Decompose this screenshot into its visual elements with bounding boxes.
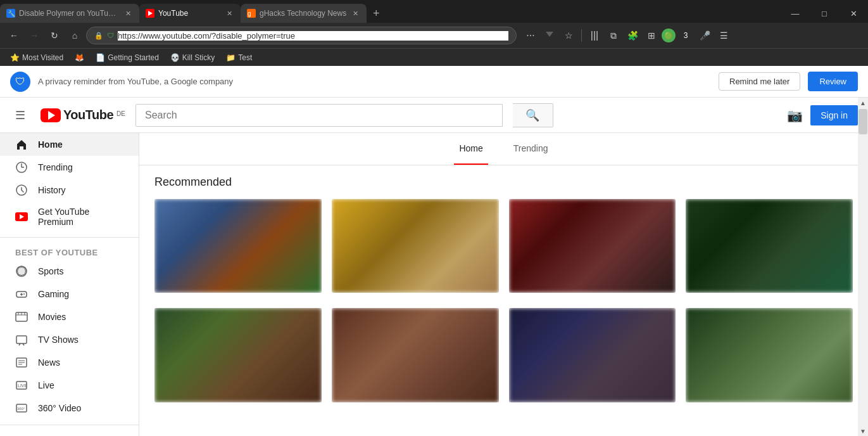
- sidebar-news-label: News: [38, 357, 60, 368]
- youtube-app: ☰ YouTube DE 🔍 📷 Sign in: [0, 98, 868, 436]
- table-row[interactable]: [332, 199, 499, 293]
- browser-scrollbar[interactable]: ▲ ▼: [858, 98, 868, 436]
- movies-icon: [15, 311, 28, 323]
- sidebar-item-sports[interactable]: Sports: [0, 260, 139, 283]
- menu-button[interactable]: ☰: [715, 27, 733, 44]
- pocket-button[interactable]: [541, 27, 558, 44]
- svg-text:360°: 360°: [17, 407, 25, 411]
- tab-1-title: Disable Polymer on YouTube –: [19, 9, 119, 18]
- camera-button[interactable]: 📷: [787, 108, 803, 123]
- 360-icon: 360°: [15, 402, 28, 414]
- sidebar-item-home[interactable]: Home: [0, 133, 139, 156]
- table-row[interactable]: [154, 199, 322, 293]
- scrollbar-down-button[interactable]: ▼: [858, 426, 868, 436]
- table-row[interactable]: [509, 308, 676, 402]
- table-row[interactable]: [154, 308, 322, 402]
- history-icon: [15, 184, 28, 196]
- notification-badge: 3: [677, 27, 695, 44]
- yt-header-right: 📷 Sign in: [787, 105, 858, 125]
- scrollbar-up-button[interactable]: ▲: [858, 98, 868, 108]
- refresh-button[interactable]: ↻: [46, 27, 63, 44]
- home-button[interactable]: ⌂: [66, 27, 84, 44]
- privacy-text: A privacy reminder from YouTube, a Googl…: [38, 77, 711, 86]
- sidebar-item-news[interactable]: News: [0, 351, 139, 374]
- sidebar-history-label: History: [38, 185, 66, 195]
- tab-bar: 🔧 Disable Polymer on YouTube – ✕ YouTube…: [0, 0, 868, 23]
- scrollbar-thumb[interactable]: [859, 109, 867, 134]
- back-button[interactable]: ←: [5, 27, 23, 44]
- tab-1[interactable]: 🔧 Disable Polymer on YouTube – ✕: [0, 4, 139, 23]
- tab-3-favicon: g: [247, 9, 256, 18]
- sidebar-home-label: Home: [38, 139, 63, 150]
- sidebar-item-360video[interactable]: 360° 360° Video: [0, 397, 139, 420]
- sidebar-divider-2: [0, 425, 139, 425]
- search-button[interactable]: 🔍: [513, 103, 553, 127]
- sidebar-item-tvshows[interactable]: TV Shows: [0, 328, 139, 351]
- sidebar-item-trending[interactable]: Trending: [0, 156, 139, 179]
- sidebar-button[interactable]: ⧉: [605, 27, 622, 44]
- table-row[interactable]: [332, 308, 499, 402]
- bookmark-kill-sticky[interactable]: 💀 Kill Sticky: [165, 52, 220, 63]
- tab-2[interactable]: YouTube ✕: [139, 4, 241, 23]
- tab-1-close[interactable]: ✕: [123, 8, 133, 18]
- tab-1-favicon: 🔧: [6, 9, 15, 18]
- sidebar-item-browse-channels[interactable]: Browse channels: [0, 430, 139, 436]
- library-button[interactable]: |||: [586, 27, 603, 44]
- privacy-banner: 🛡 A privacy reminder from YouTube, a Goo…: [0, 66, 868, 98]
- bookmark-test[interactable]: 📁 Test: [221, 52, 257, 63]
- tab-trending[interactable]: Trending: [508, 133, 553, 165]
- yt-logo-de: DE: [116, 110, 125, 117]
- forward-button[interactable]: →: [25, 27, 43, 44]
- tab-3[interactable]: g gHacks Technology News ✕: [241, 4, 367, 23]
- security-icon: 🛡: [107, 32, 114, 39]
- grid-button[interactable]: ⊞: [643, 27, 660, 44]
- yt-search-box[interactable]: [135, 104, 503, 127]
- minimize-button[interactable]: —: [781, 4, 810, 23]
- hamburger-menu-icon[interactable]: ☰: [10, 103, 30, 127]
- extensions-button[interactable]: 🧩: [624, 27, 641, 44]
- sidebar-item-premium[interactable]: Get YouTube Premium: [0, 202, 139, 232]
- sidebar-gaming-label: Gaming: [38, 289, 69, 299]
- table-row[interactable]: [686, 308, 853, 402]
- more-options-button[interactable]: ···: [522, 27, 539, 44]
- sidebar-item-movies[interactable]: Movies: [0, 305, 139, 328]
- gaming-icon: [15, 288, 28, 300]
- microphone-button[interactable]: 🎤: [696, 27, 714, 44]
- sidebar-item-gaming[interactable]: Gaming: [0, 283, 139, 305]
- table-row[interactable]: [686, 199, 853, 293]
- search-input[interactable]: [136, 105, 502, 126]
- tab-2-close[interactable]: ✕: [224, 8, 234, 18]
- bookmark-firefox-icon: 🦊: [70, 52, 89, 63]
- profile-icon[interactable]: 🟢: [662, 29, 676, 42]
- content-tabs: Home Trending: [139, 133, 868, 165]
- video-grid-row1: [154, 199, 853, 293]
- bookmark-most-visited[interactable]: ⭐ Most Visited: [5, 52, 68, 63]
- browser-chrome: 🔧 Disable Polymer on YouTube – ✕ YouTube…: [0, 0, 868, 66]
- tab-3-close[interactable]: ✕: [350, 8, 360, 18]
- tab-home[interactable]: Home: [454, 133, 487, 165]
- review-button[interactable]: Review: [808, 72, 858, 91]
- bookmark-star-button[interactable]: ☆: [560, 27, 577, 44]
- sidebar-item-history[interactable]: History: [0, 179, 139, 202]
- sidebar-trending-label: Trending: [38, 162, 73, 172]
- signin-button[interactable]: Sign in: [810, 105, 858, 125]
- url-bar[interactable]: 🔒 🛡: [86, 27, 517, 44]
- sidebar-item-live[interactable]: LIVE Live: [0, 374, 139, 397]
- folder-icon: 📁: [226, 53, 236, 62]
- maximize-button[interactable]: □: [810, 4, 839, 23]
- home-icon: [15, 138, 28, 151]
- table-row[interactable]: [509, 199, 676, 293]
- tab-3-title: gHacks Technology News: [260, 9, 346, 18]
- bookmark-getting-started-label: Getting Started: [108, 53, 159, 62]
- sidebar-tvshows-label: TV Shows: [38, 335, 79, 345]
- new-tab-button[interactable]: +: [367, 4, 386, 23]
- bookmark-getting-started[interactable]: 📄 Getting Started: [91, 52, 164, 63]
- url-input[interactable]: [118, 31, 508, 41]
- remind-later-button[interactable]: Remind me later: [719, 72, 800, 91]
- yt-logo[interactable]: YouTube DE: [41, 108, 125, 122]
- sidebar-360-label: 360° Video: [38, 403, 81, 413]
- svg-text:🔧: 🔧: [8, 10, 15, 18]
- star-icon: ⭐: [10, 53, 20, 62]
- close-button[interactable]: ✕: [839, 4, 868, 23]
- trending-icon: [15, 161, 28, 174]
